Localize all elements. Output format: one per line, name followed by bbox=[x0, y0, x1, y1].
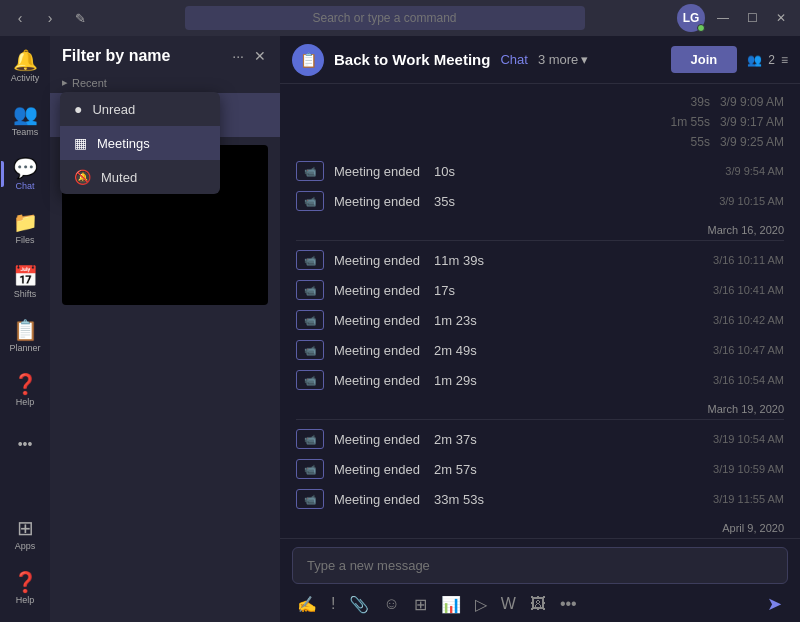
meeting-ended-label: Meeting ended bbox=[334, 283, 420, 298]
maximize-button[interactable]: ☐ bbox=[741, 11, 764, 25]
more-tabs-button[interactable]: 3 more ▾ bbox=[538, 52, 588, 67]
word-button[interactable]: W bbox=[496, 592, 521, 616]
sidebar-item-shifts[interactable]: 📅 Shifts bbox=[3, 256, 47, 308]
cam-icon: 📹 bbox=[296, 191, 324, 211]
shifts-icon: 📅 bbox=[13, 266, 38, 286]
meeting-title: Back to Work Meeting bbox=[334, 51, 490, 68]
more-toolbar-button[interactable]: ••• bbox=[555, 592, 582, 616]
march19-group: 📹 Meeting ended 2m 37s 3/19 10:54 AM 📹 M… bbox=[296, 424, 784, 514]
forward-button[interactable]: › bbox=[38, 6, 62, 30]
dropdown-item-unread[interactable]: ● Unread bbox=[60, 92, 220, 126]
early-entry-3: 55s 3/9 9:25 AM bbox=[296, 132, 784, 152]
cam-icon: 📹 bbox=[296, 370, 324, 390]
sidebar-item-chat[interactable]: 💬 Chat bbox=[3, 148, 47, 200]
send-icon: ➤ bbox=[767, 594, 782, 614]
messages-area[interactable]: 39s 3/9 9:09 AM 1m 55s 3/9 9:17 AM 55s 3… bbox=[280, 84, 800, 538]
meeting-ended-label: Meeting ended bbox=[334, 462, 420, 477]
sidebar-item-files[interactable]: 📁 Files bbox=[3, 202, 47, 254]
dropdown-item-meetings[interactable]: ▦ Meetings bbox=[60, 126, 220, 160]
meeting-entry: 📹 Meeting ended 2m 57s 3/19 10:59 AM bbox=[296, 454, 784, 484]
meeting-time: 3/19 10:59 AM bbox=[713, 463, 784, 475]
titlebar-right: LG — ☐ ✕ bbox=[677, 4, 792, 32]
compose-input[interactable] bbox=[292, 547, 788, 584]
more-icon: ••• bbox=[18, 437, 33, 451]
pencil-icon: ✎ bbox=[75, 11, 86, 26]
date-divider-april9: April 9, 2020 bbox=[296, 514, 784, 538]
chart-button[interactable]: 📊 bbox=[436, 592, 466, 617]
sidebar-item-planner[interactable]: 📋 Planner bbox=[3, 310, 47, 362]
meeting-entry: 📹 Meeting ended 11m 39s 3/16 10:11 AM bbox=[296, 245, 784, 275]
sidebar-item-help[interactable]: ❓ Help bbox=[3, 364, 47, 416]
edit-button[interactable]: ✎ bbox=[68, 6, 92, 30]
help2-icon: ❓ bbox=[13, 572, 38, 592]
close-panel-button[interactable]: ✕ bbox=[252, 46, 268, 66]
format-text-button[interactable]: ✍ bbox=[292, 592, 322, 617]
search-input[interactable] bbox=[185, 6, 585, 30]
sidebar-label-help: Help bbox=[16, 397, 35, 407]
help-icon: ❓ bbox=[13, 374, 38, 394]
avatar-initials: LG bbox=[683, 11, 700, 25]
date-divider-march19: March 19, 2020 bbox=[296, 395, 784, 420]
sidebar-item-apps[interactable]: ⊞ Apps bbox=[3, 508, 47, 560]
meeting-entry: 📹 Meeting ended 17s 3/16 10:41 AM bbox=[296, 275, 784, 305]
sidebar-item-more[interactable]: ••• bbox=[3, 418, 47, 470]
date-divider-march16: March 16, 2020 bbox=[296, 216, 784, 241]
meeting-ended-label: Meeting ended bbox=[334, 253, 420, 268]
more-options-button[interactable]: ··· bbox=[230, 46, 246, 66]
sidebar-item-help2[interactable]: ❓ Help bbox=[3, 562, 47, 614]
cam-icon: 📹 bbox=[296, 489, 324, 509]
left-panel-actions: ··· ✕ bbox=[230, 46, 268, 66]
sidebar-label-shifts: Shifts bbox=[14, 289, 37, 299]
avatar: LG bbox=[677, 4, 705, 32]
meeting-entry: 📹 Meeting ended 1m 29s 3/16 10:54 AM bbox=[296, 365, 784, 395]
meeting-time: 3/19 11:55 AM bbox=[713, 493, 784, 505]
send-button[interactable]: ➤ bbox=[761, 590, 788, 618]
more-tabs-label: 3 more bbox=[538, 52, 578, 67]
close-button[interactable]: ✕ bbox=[770, 11, 792, 25]
cam-icon: 📹 bbox=[296, 340, 324, 360]
files-icon: 📁 bbox=[13, 212, 38, 232]
play-button[interactable]: ▷ bbox=[470, 592, 492, 617]
sidebar: 🔔 Activity 👥 Teams 💬 Chat 📁 Files 📅 Shif… bbox=[0, 36, 50, 622]
chat-label[interactable]: Chat bbox=[500, 52, 527, 67]
filter-dropdown: ● Unread ▦ Meetings 🔕 Muted bbox=[60, 92, 220, 194]
sidebar-label-planner: Planner bbox=[9, 343, 40, 353]
cam-icon: 📹 bbox=[296, 429, 324, 449]
sidebar-label-files: Files bbox=[15, 235, 34, 245]
duration: 1m 23s bbox=[434, 313, 477, 328]
app-button[interactable]: ⊞ bbox=[409, 592, 432, 617]
march16-group: 📹 Meeting ended 11m 39s 3/16 10:11 AM 📹 … bbox=[296, 245, 784, 395]
minimize-button[interactable]: — bbox=[711, 11, 735, 25]
sidebar-label-activity: Activity bbox=[11, 73, 40, 83]
planner-icon: 📋 bbox=[13, 320, 38, 340]
cam-icon: 📹 bbox=[296, 280, 324, 300]
meeting-ended-label: Meeting ended bbox=[334, 492, 420, 507]
duration: 35s bbox=[434, 194, 455, 209]
important-button[interactable]: ! bbox=[326, 592, 340, 616]
meetings-icon: ▦ bbox=[74, 135, 87, 151]
duration: 2m 57s bbox=[434, 462, 477, 477]
sidebar-item-activity[interactable]: 🔔 Activity bbox=[3, 40, 47, 92]
status-dot bbox=[697, 24, 705, 32]
duration: 11m 39s bbox=[434, 253, 484, 268]
meeting-entry: 📹 Meeting ended 10s 3/9 9:54 AM bbox=[296, 156, 784, 186]
meeting-entry: 📹 Meeting ended 2m 37s 3/19 10:54 AM bbox=[296, 424, 784, 454]
meeting-entry: 📹 Meeting ended 33m 53s 3/19 11:55 AM bbox=[296, 484, 784, 514]
meeting-ended-label: Meeting ended bbox=[334, 164, 420, 179]
image-button[interactable]: 🖼 bbox=[525, 592, 551, 616]
emoji-button[interactable]: ☺ bbox=[378, 592, 404, 616]
meeting-ended-label: Meeting ended bbox=[334, 194, 420, 209]
sidebar-label-help2: Help bbox=[16, 595, 35, 605]
early-text-1: 39s 3/9 9:09 AM bbox=[691, 95, 784, 109]
dropdown-item-muted[interactable]: 🔕 Muted bbox=[60, 160, 220, 194]
sidebar-bottom: ⊞ Apps ❓ Help bbox=[3, 508, 47, 622]
early-messages-group: 39s 3/9 9:09 AM 1m 55s 3/9 9:17 AM 55s 3… bbox=[296, 92, 784, 156]
menu-icon[interactable]: ≡ bbox=[781, 53, 788, 67]
join-button[interactable]: Join bbox=[671, 46, 738, 73]
back-button[interactable]: ‹ bbox=[8, 6, 32, 30]
duration: 2m 37s bbox=[434, 432, 477, 447]
duration: 2m 49s bbox=[434, 343, 477, 358]
attach-button[interactable]: 📎 bbox=[344, 592, 374, 617]
meeting-time: 3/16 10:54 AM bbox=[713, 374, 784, 386]
sidebar-item-teams[interactable]: 👥 Teams bbox=[3, 94, 47, 146]
